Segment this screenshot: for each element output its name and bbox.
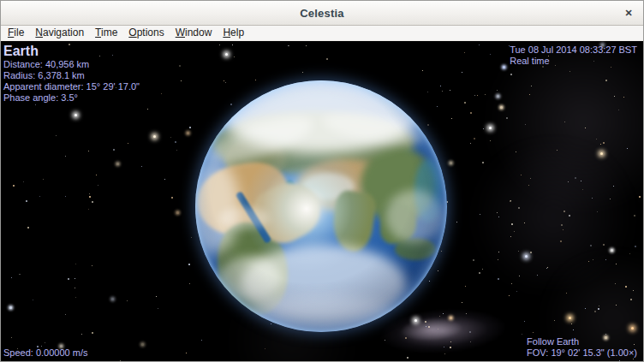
star	[56, 135, 57, 136]
star	[600, 152, 603, 155]
star	[631, 327, 634, 329]
star	[510, 74, 512, 75]
star	[443, 313, 444, 314]
star	[451, 118, 452, 119]
star	[623, 97, 624, 98]
menu-time[interactable]: Time	[95, 26, 117, 40]
star	[407, 357, 408, 359]
star	[75, 278, 75, 279]
star	[474, 138, 475, 139]
star	[444, 353, 445, 354]
star	[498, 259, 498, 260]
star	[176, 211, 179, 214]
space-viewport[interactable]: Earth Distance: 40,956 km Radius: 6,378.…	[1, 41, 643, 361]
star	[630, 299, 632, 300]
star	[569, 71, 570, 72]
star	[482, 269, 483, 270]
star	[627, 148, 628, 149]
object-radius: Radius: 6,378.1 km	[3, 70, 140, 81]
star	[611, 249, 613, 252]
star	[524, 321, 525, 322]
menu-options[interactable]: Options	[128, 26, 164, 40]
star	[469, 331, 471, 333]
star	[462, 302, 462, 303]
star	[525, 124, 526, 125]
star	[619, 360, 620, 361]
star	[498, 278, 499, 280]
star	[600, 144, 601, 145]
star	[153, 135, 156, 138]
star	[521, 175, 522, 175]
star	[98, 185, 98, 186]
star	[426, 326, 426, 327]
star	[564, 122, 565, 122]
star	[111, 298, 114, 300]
star	[232, 45, 233, 45]
star	[385, 340, 385, 341]
titlebar[interactable]: Celestia ✕	[1, 1, 643, 26]
star	[599, 306, 599, 306]
star	[511, 283, 512, 284]
star	[92, 265, 92, 266]
star	[96, 175, 97, 175]
star	[500, 106, 503, 109]
star	[219, 45, 220, 45]
star	[188, 264, 190, 265]
star	[516, 151, 516, 152]
star	[571, 323, 572, 324]
star	[518, 207, 520, 209]
speed-info: Speed: 0.00000 m/s	[3, 347, 87, 359]
star	[450, 90, 450, 91]
star	[450, 162, 452, 164]
star	[89, 196, 91, 198]
star	[611, 67, 611, 68]
menubar: File Navigation Time Options Window Help	[1, 26, 643, 41]
star	[598, 308, 599, 310]
star	[557, 150, 558, 151]
object-distance: Distance: 40,956 km	[3, 59, 140, 70]
earth-globe[interactable]	[195, 80, 447, 332]
star	[9, 306, 12, 309]
star	[529, 94, 530, 95]
star	[490, 140, 491, 141]
close-icon[interactable]: ✕	[622, 6, 635, 20]
star	[189, 127, 191, 128]
star	[439, 316, 440, 317]
star	[158, 308, 158, 309]
star	[23, 181, 24, 182]
star	[516, 291, 517, 292]
star	[603, 142, 605, 144]
celestia-window: Celestia ✕ File Navigation Time Options …	[0, 0, 644, 362]
star	[519, 276, 520, 276]
star	[65, 196, 66, 197]
star	[585, 308, 586, 309]
star	[450, 341, 451, 342]
star	[141, 166, 142, 167]
star	[191, 237, 192, 238]
star	[531, 86, 532, 86]
star	[593, 259, 593, 260]
star	[234, 56, 235, 57]
star	[19, 274, 20, 275]
star	[427, 124, 429, 126]
star	[588, 261, 589, 262]
star	[11, 337, 12, 338]
star	[65, 314, 66, 315]
menu-navigation[interactable]: Navigation	[35, 26, 84, 40]
star	[75, 264, 76, 264]
menu-help[interactable]: Help	[223, 26, 244, 40]
star	[88, 209, 89, 210]
star	[92, 332, 93, 334]
earth-atmosphere-rim	[195, 80, 447, 332]
star	[629, 253, 630, 254]
star	[582, 189, 583, 190]
star	[474, 95, 475, 96]
menu-window[interactable]: Window	[176, 26, 212, 40]
star	[161, 93, 162, 94]
star	[186, 353, 187, 353]
menu-file[interactable]: File	[8, 26, 24, 40]
star	[605, 334, 606, 335]
star	[581, 181, 581, 181]
star	[510, 200, 511, 202]
star	[326, 58, 328, 60]
